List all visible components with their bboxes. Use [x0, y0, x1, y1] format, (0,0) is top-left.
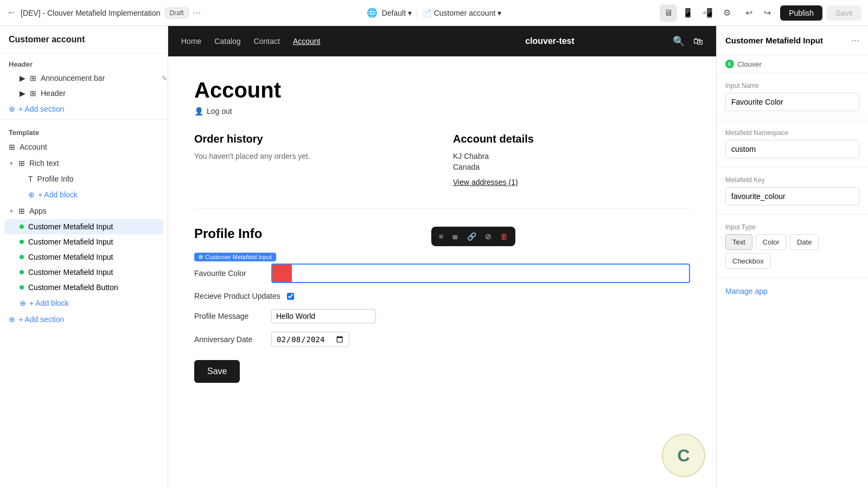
sidebar: Customer account Header ▶ ⊞ Announcement… — [0, 26, 168, 488]
badge-label: Customer Metafield Input — [205, 254, 272, 260]
sidebar-item-rich-text[interactable]: ▼ ⊞ Rich text — [0, 155, 168, 171]
metafield-badge: Customer Metafield Input — [194, 253, 276, 261]
manage-app-link[interactable]: Manage app — [717, 278, 868, 304]
topbar-more-button[interactable]: ··· — [193, 7, 201, 18]
nav-catalog[interactable]: Catalog — [214, 37, 240, 46]
edit-icon[interactable]: ✎ — [162, 74, 168, 82]
link-button[interactable]: 🔗 — [464, 230, 480, 243]
profile-info-label: Profile Info — [37, 175, 74, 183]
sidebar-item-profile-info[interactable]: T Profile Info — [0, 171, 168, 187]
settings-icon[interactable]: ⚙ — [718, 4, 736, 22]
sidebar-app-item-3[interactable]: Customer Metafield Input — [0, 265, 168, 280]
chevron-down-icon4: ▼ — [9, 208, 14, 214]
rich-text-label: Rich text — [29, 159, 59, 168]
sidebar-item-account[interactable]: ⊞ Account — [0, 139, 168, 155]
sidebar-app-item-2[interactable]: Customer Metafield Input — [0, 249, 168, 265]
canvas: Home Catalog Contact Account clouver-tes… — [168, 26, 716, 488]
publish-button[interactable]: Publish — [780, 5, 822, 21]
divider1 — [0, 119, 168, 120]
sidebar-title: Customer account — [9, 35, 85, 44]
align-left-button[interactable]: ≡ — [436, 230, 446, 243]
sidebar-app-item-4[interactable]: Customer Metafield Button — [0, 280, 168, 295]
key-label: Metafield Key — [725, 176, 859, 184]
app-item-label-0: Customer Metafield Input — [28, 222, 113, 231]
nav-account[interactable]: Account — [293, 37, 321, 46]
undo-redo: ↩ ↪ — [740, 4, 776, 22]
sidebar-item-announcement-bar[interactable]: ▶ ⊞ Announcement bar ✎ — [0, 70, 168, 86]
store-header: Home Catalog Contact Account clouver-tes… — [168, 26, 716, 56]
redo-button[interactable]: ↪ — [758, 4, 776, 22]
profile-message-input[interactable] — [271, 309, 376, 323]
undo-button[interactable]: ↩ — [740, 4, 757, 22]
type-text-button[interactable]: Text — [725, 234, 752, 250]
colour-input-row: Favourite Color — [194, 264, 690, 283]
draft-badge[interactable]: Draft — [165, 8, 189, 18]
type-checkbox-button[interactable]: Checkbox — [725, 253, 771, 269]
anniversary-date-row: Anniversary Date — [194, 332, 690, 347]
plus-icon3: ⊕ — [20, 299, 26, 307]
namespace-field[interactable] — [725, 140, 859, 158]
cart-icon[interactable]: 🛍 — [693, 36, 703, 47]
default-label: Default — [382, 9, 406, 17]
apps-icon: ⊞ — [18, 207, 25, 215]
user-icon: 👤 — [194, 107, 203, 115]
mobile-icon[interactable]: 📲 — [699, 4, 716, 22]
nav-contact[interactable]: Contact — [254, 37, 280, 46]
input-type-section: Input Type Text Color Date Checkbox — [717, 215, 868, 278]
anniversary-date-label: Anniversary Date — [194, 335, 265, 344]
sidebar-item-apps[interactable]: ▼ ⊞ Apps — [0, 203, 168, 219]
order-history-section: Order history You haven't placed any ord… — [194, 133, 431, 187]
toolbar-inner: ≡ ≣ 🔗 ⊘ 🗑 — [431, 227, 515, 246]
globe-icon: 🌐 — [367, 8, 378, 18]
add-section-button-bottom[interactable]: ⊕ + Add section — [0, 311, 168, 328]
app-item-label-1: Customer Metafield Input — [28, 237, 113, 246]
desktop-icon[interactable]: 🖥 — [660, 4, 677, 22]
nav-home[interactable]: Home — [181, 37, 201, 46]
color-text-input[interactable] — [292, 269, 689, 278]
colour-input-container[interactable] — [271, 264, 690, 283]
rich-text-icon: ⊞ — [18, 159, 25, 168]
apps-label: Apps — [29, 207, 47, 215]
panel-more-button[interactable]: ··· — [851, 35, 859, 46]
header-icon: ⊞ — [30, 89, 36, 98]
panel-app-badge: C Clouver — [717, 55, 868, 73]
app-logo: C — [728, 61, 732, 67]
search-icon[interactable]: 🔍 — [673, 35, 685, 47]
store-page: Home Catalog Contact Account clouver-tes… — [168, 26, 716, 488]
default-theme-selector[interactable]: Default ▾ — [382, 9, 412, 17]
profile-message-label: Profile Message — [194, 312, 265, 320]
account-name: KJ Chabra — [453, 152, 690, 160]
color-swatch[interactable] — [272, 265, 292, 282]
save-button[interactable]: Save — [827, 5, 861, 21]
type-date-button[interactable]: Date — [790, 234, 819, 250]
add-block-button2[interactable]: ⊕ + Add block — [0, 295, 168, 311]
add-section-button-top[interactable]: ⊕ + Add section — [0, 101, 168, 117]
chevron-right-icon: ▶ — [20, 74, 25, 82]
app-item-label-2: Customer Metafield Input — [28, 253, 113, 261]
anniversary-date-input[interactable] — [271, 332, 349, 347]
right-panel: Customer Metafield Input ··· C Clouver I… — [716, 26, 868, 488]
add-block-button1[interactable]: ⊕ + Add block — [0, 187, 168, 203]
tablet-icon[interactable]: 📱 — [679, 4, 697, 22]
store-nav-right: 🔍 🛍 — [673, 35, 703, 47]
unlink-button[interactable]: ⊘ — [482, 230, 495, 243]
delete-button[interactable]: 🗑 — [497, 230, 511, 243]
back-icon[interactable]: ← — [7, 7, 16, 18]
logout-link[interactable]: 👤 Log out — [194, 107, 690, 115]
sidebar-item-header[interactable]: ▶ ⊞ Header — [0, 86, 168, 101]
account-grid: Order history You haven't placed any ord… — [194, 133, 690, 187]
type-color-button[interactable]: Color — [756, 234, 787, 250]
save-button[interactable]: Save — [194, 360, 240, 383]
sidebar-app-item-0[interactable]: Customer Metafield Input — [4, 219, 163, 234]
receive-updates-checkbox[interactable] — [287, 293, 294, 300]
text-icon: T — [28, 175, 33, 183]
chevron-right-icon2: ▶ — [20, 89, 25, 98]
input-name-field[interactable] — [725, 93, 859, 111]
view-addresses-link[interactable]: View addresses (1) — [453, 178, 690, 187]
plus-icon: ⊕ — [9, 105, 15, 113]
key-field[interactable] — [725, 187, 859, 206]
align-center-button[interactable]: ≣ — [449, 230, 462, 243]
namespace-label: Metafield Namespace — [725, 129, 859, 137]
sidebar-app-item-1[interactable]: Customer Metafield Input — [0, 234, 168, 249]
page-selector[interactable]: 📄 Customer account ▾ — [423, 9, 502, 17]
